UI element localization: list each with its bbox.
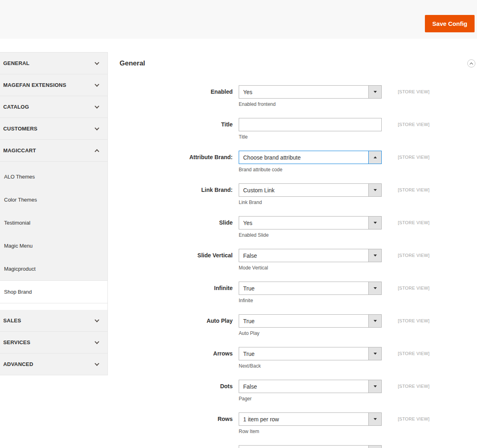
field-comment: Enabled Slide (239, 232, 382, 238)
section-label: MAGEFAN EXTENSIONS (3, 82, 66, 88)
triangle-down-icon (368, 86, 381, 98)
rows-select[interactable]: 1 item per row (239, 412, 382, 426)
collapse-section-icon[interactable] (467, 59, 475, 67)
triangle-down-icon (368, 380, 381, 393)
select-value: 1 item per row (239, 413, 368, 425)
select-value: Yes (239, 217, 368, 229)
scope-label: [STORE VIEW] (398, 314, 430, 323)
field-row-link-brand: Link Brand: Custom Link Link Brand [STOR… (120, 183, 475, 205)
chevron-up-icon (470, 62, 473, 65)
field-comment: Pager (239, 396, 382, 402)
chevron-down-icon (95, 126, 99, 130)
sidebar-section-services[interactable]: SERVICES (0, 332, 107, 353)
field-label: Dots (120, 380, 233, 390)
scope-label: [STORE VIEW] (398, 412, 430, 421)
select-value: True (239, 347, 368, 360)
field-comment: Row Item (239, 429, 382, 434)
link-brand-select[interactable]: Custom Link (239, 183, 382, 197)
select-value (239, 446, 368, 448)
sidebar-section-catalog[interactable]: CATALOG (0, 96, 107, 118)
config-nav-sidebar: GENERAL MAGEFAN EXTENSIONS CATALOG CUSTO… (0, 52, 108, 375)
sidebar-section-customers[interactable]: CUSTOMERS (0, 118, 107, 140)
section-label: CUSTOMERS (3, 126, 38, 132)
auto-play-select[interactable]: True (239, 314, 382, 328)
dots-select[interactable]: False (239, 380, 382, 393)
partial-field[interactable] (239, 445, 382, 448)
section-label: SERVICES (3, 339, 30, 345)
subitem-label: Testimonial (4, 220, 30, 226)
infinite-select[interactable]: True (239, 282, 382, 295)
section-title: General (120, 59, 145, 68)
field-label: Attribute Brand: (120, 151, 233, 161)
field-row-slide-vertical: Slide Vertical False Mode Vertical [STOR… (120, 249, 475, 271)
scope-label: [STORE VIEW] (398, 183, 430, 192)
field-row-infinite: Infinite True Infinite [STORE VIEW] (120, 282, 475, 303)
field-comment: Brand attribute code (239, 167, 382, 172)
field-row-enabled: Enabled Yes Enabled frontend [STORE VIEW… (120, 85, 475, 107)
sidebar-item-alo-themes[interactable]: ALO Themes (0, 165, 107, 188)
select-value: Custom Link (239, 184, 368, 196)
chevron-down-icon (95, 339, 99, 344)
field-label: Slide (120, 216, 233, 226)
field-comment: Auto Play (239, 330, 382, 336)
field-label: Infinite (120, 282, 233, 292)
subitem-label: ALO Themes (4, 174, 35, 180)
sidebar-item-testimonial[interactable]: Testimonial (0, 211, 107, 234)
field-row-slide: Slide Yes Enabled Slide [STORE VIEW] (120, 216, 475, 238)
field-comment: Next/Back (239, 363, 382, 369)
scope-label: [STORE VIEW] (398, 380, 430, 389)
field-row-partial (120, 445, 475, 448)
section-label: GENERAL (3, 60, 29, 66)
field-row-title: Title Title [STORE VIEW] (120, 118, 475, 140)
triangle-down-icon (368, 184, 381, 196)
field-label: Link Brand: (120, 183, 233, 194)
sidebar-item-magicproduct[interactable]: Magicproduct (0, 257, 107, 280)
triangle-down-icon (368, 347, 381, 360)
select-value: True (239, 315, 368, 327)
sidebar-item-color-themes[interactable]: Color Themes (0, 188, 107, 211)
select-value: False (239, 380, 368, 393)
triangle-down-icon (368, 315, 381, 327)
field-comment: Enabled frontend (239, 101, 382, 107)
section-head: General (120, 59, 475, 68)
sidebar-section-sales[interactable]: SALES (0, 310, 107, 332)
subitem-label: Magicproduct (4, 266, 36, 272)
scope-label: [STORE VIEW] (398, 118, 430, 127)
sidebar-section-general[interactable]: GENERAL (0, 53, 107, 74)
page-body: GENERAL MAGEFAN EXTENSIONS CATALOG CUSTO… (0, 39, 477, 448)
field-label: Slide Vertical (120, 249, 233, 259)
enabled-select[interactable]: Yes (239, 85, 382, 99)
slide-select[interactable]: Yes (239, 216, 382, 229)
sidebar-section-magiccart[interactable]: MAGICCART (0, 140, 107, 162)
sidebar-section-advanced[interactable]: ADVANCED (0, 353, 107, 375)
triangle-down-icon (368, 282, 381, 294)
select-value: Yes (239, 86, 368, 98)
subitem-label: Color Themes (4, 197, 37, 203)
title-input[interactable] (239, 118, 382, 131)
chevron-down-icon (95, 104, 99, 108)
sidebar-item-shop-brand[interactable]: Shop Brand (0, 280, 107, 303)
triangle-up-icon (368, 151, 381, 164)
select-value: False (239, 249, 368, 262)
sidebar-item-magic-menu[interactable]: Magic Menu (0, 234, 107, 257)
field-comment: Infinite (239, 298, 382, 303)
scope-label: [STORE VIEW] (398, 151, 430, 160)
scope-label: [STORE VIEW] (398, 249, 430, 258)
scope-label: [STORE VIEW] (398, 347, 430, 356)
attribute-brand-select[interactable]: Choose brand attribute (239, 151, 382, 164)
section-label: ADVANCED (3, 361, 33, 367)
config-content: General Enabled Yes Enabled frontend (108, 39, 477, 448)
field-row-arrows: Arrows True Next/Back [STORE VIEW] (120, 347, 475, 369)
field-row-auto-play: Auto Play True Auto Play [STORE VIEW] (120, 314, 475, 336)
triangle-down-icon (368, 217, 381, 229)
field-row-attribute-brand: Attribute Brand: Choose brand attribute … (120, 151, 475, 172)
field-label: Enabled (120, 85, 233, 95)
chevron-down-icon (95, 361, 99, 366)
triangle-down-icon (368, 249, 381, 262)
subitem-label: Shop Brand (4, 289, 32, 295)
arrows-select[interactable]: True (239, 347, 382, 360)
sidebar-section-magefan-extensions[interactable]: MAGEFAN EXTENSIONS (0, 74, 107, 96)
magiccart-submenu: ALO Themes Color Themes Testimonial Magi… (0, 162, 107, 303)
save-config-button[interactable]: Save Config (425, 15, 475, 32)
slide-vertical-select[interactable]: False (239, 249, 382, 262)
